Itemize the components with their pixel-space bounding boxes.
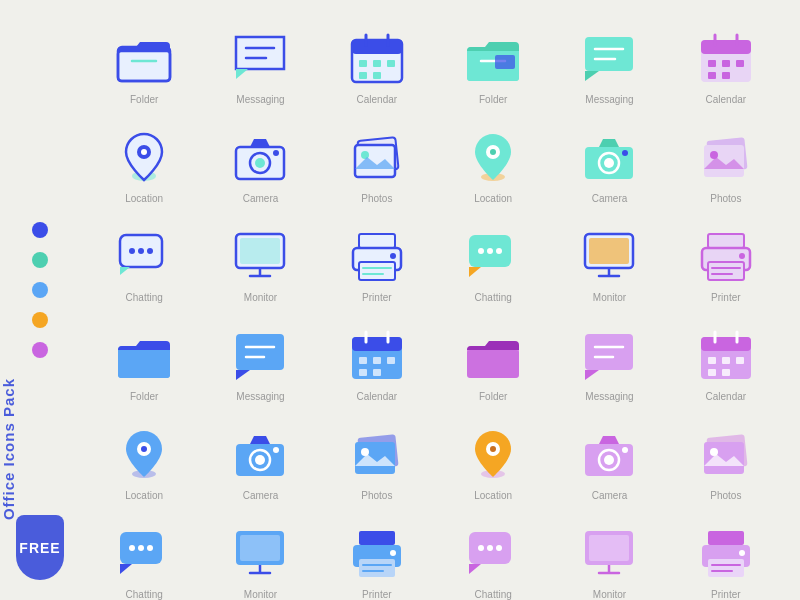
- folder-outline-icon: [114, 28, 174, 88]
- svg-rect-101: [736, 357, 744, 364]
- svg-rect-82: [352, 337, 402, 351]
- icon-label: Printer: [362, 589, 391, 600]
- svg-rect-146: [708, 531, 744, 545]
- icon-cell: Folder: [90, 317, 198, 408]
- icon-label: Monitor: [593, 589, 626, 600]
- icon-label: Camera: [243, 490, 279, 501]
- svg-point-116: [490, 446, 496, 452]
- sidebar: Office Icons Pack FREE: [0, 0, 80, 600]
- chatting-flat-blue-icon: [114, 523, 174, 583]
- icon-label: Photos: [361, 490, 392, 501]
- svg-point-61: [390, 253, 396, 259]
- icon-cell: Monitor: [555, 515, 663, 600]
- chatting-outline-icon: [114, 226, 174, 286]
- svg-rect-24: [722, 60, 730, 67]
- svg-point-139: [478, 545, 484, 551]
- svg-rect-85: [359, 357, 367, 364]
- svg-point-50: [138, 248, 144, 254]
- svg-rect-12: [373, 72, 381, 79]
- location-outline-icon: [114, 127, 174, 187]
- svg-point-51: [147, 248, 153, 254]
- svg-rect-92: [585, 334, 633, 370]
- svg-rect-88: [359, 369, 367, 376]
- messaging-outline-icon: [230, 28, 290, 88]
- printer-flat-purple2-icon: [696, 523, 756, 583]
- svg-point-44: [622, 150, 628, 156]
- sidebar-title: Office Icons Pack: [0, 378, 80, 520]
- svg-rect-8: [359, 60, 367, 67]
- calendar-flat-purple2-icon: [696, 325, 756, 385]
- svg-rect-145: [589, 535, 629, 561]
- location-teal-icon: [463, 127, 523, 187]
- icon-cell: Calendar: [323, 20, 431, 111]
- svg-point-140: [487, 545, 493, 551]
- folder-flat-purple-icon: [463, 325, 523, 385]
- svg-point-109: [255, 455, 265, 465]
- camera-outline-icon: [230, 127, 290, 187]
- icon-cell: Messaging: [206, 317, 314, 408]
- camera-flat-blue-icon: [230, 424, 290, 484]
- svg-point-43: [604, 158, 614, 168]
- icon-label: Printer: [711, 292, 740, 303]
- svg-rect-70: [708, 234, 744, 248]
- icon-cell: Messaging: [206, 20, 314, 111]
- icon-label: Monitor: [244, 589, 277, 600]
- svg-point-127: [147, 545, 153, 551]
- monitor-outline-icon: [230, 226, 290, 286]
- monitor-flat-purple-icon: [579, 523, 639, 583]
- icon-cell: Printer: [323, 515, 431, 600]
- page-wrapper: Office Icons Pack FREE Folder: [0, 0, 800, 600]
- chatting-flat-purple-icon: [463, 523, 523, 583]
- icon-cell: Photos: [672, 416, 780, 507]
- svg-rect-134: [359, 559, 395, 577]
- photos-outline-icon: [347, 127, 407, 187]
- icon-label: Location: [474, 490, 512, 501]
- icon-cell: Printer: [672, 218, 780, 309]
- location-flat-blue-icon: [114, 424, 174, 484]
- svg-rect-99: [708, 357, 716, 364]
- main-content: Folder Messaging: [80, 0, 800, 600]
- icon-cell: Printer: [323, 218, 431, 309]
- icon-label: Messaging: [585, 94, 633, 105]
- svg-point-33: [255, 158, 265, 168]
- svg-point-64: [487, 248, 493, 254]
- dot-blue: [32, 222, 48, 238]
- icon-cell: Photos: [323, 119, 431, 210]
- svg-rect-27: [722, 72, 730, 79]
- svg-rect-20: [701, 40, 751, 54]
- svg-rect-25: [736, 60, 744, 67]
- svg-rect-96: [701, 337, 751, 351]
- svg-rect-10: [387, 60, 395, 67]
- icon-cell: Location: [90, 416, 198, 507]
- svg-rect-55: [240, 238, 280, 264]
- icon-label: Photos: [710, 490, 741, 501]
- svg-rect-5: [352, 40, 402, 54]
- icon-cell: Monitor: [206, 515, 314, 600]
- camera-teal-icon: [579, 127, 639, 187]
- svg-rect-58: [359, 262, 395, 280]
- svg-rect-11: [359, 72, 367, 79]
- svg-rect-100: [722, 357, 730, 364]
- svg-point-40: [490, 149, 496, 155]
- icon-label: Location: [125, 490, 163, 501]
- icon-cell: Chatting: [439, 218, 547, 309]
- svg-point-141: [496, 545, 502, 551]
- svg-point-125: [129, 545, 135, 551]
- svg-rect-26: [708, 72, 716, 79]
- folder-teal-icon: [463, 28, 523, 88]
- icon-label: Chatting: [475, 292, 512, 303]
- svg-point-63: [478, 248, 484, 254]
- svg-rect-36: [355, 145, 395, 177]
- svg-rect-23: [708, 60, 716, 67]
- icon-label: Printer: [362, 292, 391, 303]
- icon-label: Folder: [130, 391, 158, 402]
- icon-label: Camera: [592, 193, 628, 204]
- icon-cell: Folder: [90, 20, 198, 111]
- icon-label: Chatting: [475, 589, 512, 600]
- svg-rect-131: [240, 535, 280, 561]
- svg-point-75: [739, 253, 745, 259]
- svg-rect-132: [359, 531, 395, 545]
- icon-cell: Folder: [439, 20, 547, 111]
- svg-rect-46: [704, 145, 744, 177]
- icon-label: Calendar: [706, 391, 747, 402]
